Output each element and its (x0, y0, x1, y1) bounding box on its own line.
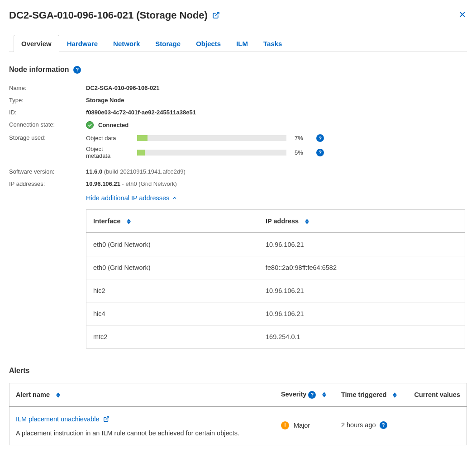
cell-ip: 10.96.106.21 (259, 233, 465, 256)
svg-marker-9 (322, 392, 326, 394)
version-detail: (build 20210915.1941.afce2d9) (104, 168, 186, 175)
help-icon[interactable]: ? (316, 149, 324, 156)
storage-used-label: Storage used: (9, 134, 86, 141)
svg-marker-6 (305, 222, 309, 224)
object-meta-progress (137, 150, 286, 156)
severity: !Major (281, 421, 328, 429)
table-row: hic410.96.106.21 (86, 302, 465, 325)
ip-value: 10.96.106.21 (86, 180, 120, 187)
col-ip[interactable]: IP address (259, 210, 465, 233)
external-link-icon (103, 416, 109, 422)
cell-interface: hic2 (86, 279, 259, 302)
sort-icon (393, 392, 397, 398)
object-data-label: Object data (86, 135, 129, 142)
table-row: eth0 (Grid Network)fe80::2a0:98ff:fe64:6… (86, 256, 465, 279)
tab-storage[interactable]: Storage (148, 35, 188, 52)
id-value: f0890e03-4c72-401f-ae92-245511a38e51 (86, 109, 196, 116)
svg-line-0 (215, 12, 219, 16)
external-link-icon[interactable] (212, 11, 220, 19)
chevron-up-icon (172, 195, 177, 201)
ip-detail: - eth0 (Grid Network) (120, 180, 177, 187)
col-alert-name[interactable]: Alert name (10, 383, 275, 406)
time-triggered: 2 hours ago ? (341, 421, 400, 429)
cell-ip: 169.254.0.1 (259, 325, 465, 349)
tab-objects[interactable]: Objects (188, 35, 228, 52)
object-meta-pct: 5% (295, 149, 308, 156)
svg-marker-3 (127, 219, 131, 221)
col-severity[interactable]: Severity ? (275, 383, 335, 406)
alert-link[interactable]: ILM placement unachievable (16, 415, 109, 423)
sort-icon (127, 219, 131, 224)
object-data-pct: 7% (295, 135, 308, 142)
conn-value: Connected (86, 121, 129, 129)
cell-ip: 10.96.106.21 (259, 302, 465, 325)
help-icon[interactable]: ? (308, 391, 316, 399)
cell-interface: eth0 (Grid Network) (86, 256, 259, 279)
sort-icon (56, 392, 60, 398)
version-value: 11.6.0 (86, 168, 102, 175)
warning-icon: ! (281, 421, 289, 429)
cell-ip: fe80::2a0:98ff:fe64:6582 (259, 256, 465, 279)
tabs: Overview Hardware Network Storage Object… (9, 35, 467, 52)
node-info-heading: Node information ? (9, 66, 467, 74)
close-icon[interactable] (458, 8, 467, 22)
title-text: DC2-SGA-010-096-106-021 (Storage Node) (9, 9, 208, 21)
help-icon[interactable]: ? (380, 421, 387, 429)
table-row: hic210.96.106.21 (86, 279, 465, 302)
table-row: eth0 (Grid Network)10.96.106.21 (86, 233, 465, 256)
node-info-text: Node information (9, 66, 69, 74)
page-title: DC2-SGA-010-096-106-021 (Storage Node) (9, 9, 220, 21)
col-interface[interactable]: Interface (86, 210, 259, 233)
svg-marker-10 (322, 395, 326, 397)
toggle-text: Hide additional IP addresses (86, 194, 169, 202)
type-value: Storage Node (86, 97, 124, 104)
object-data-progress (137, 135, 286, 141)
help-icon[interactable]: ? (73, 66, 81, 74)
svg-marker-7 (56, 392, 60, 395)
alert-desc: A placement instruction in an ILM rule c… (16, 429, 268, 437)
sort-icon (322, 392, 326, 397)
help-icon[interactable]: ? (316, 134, 324, 142)
table-row: mtc2169.254.0.1 (86, 325, 465, 349)
svg-marker-4 (127, 222, 131, 224)
hide-ip-toggle[interactable]: Hide additional IP addresses (86, 190, 177, 202)
cell-interface: hic4 (86, 302, 259, 325)
cell-interface: eth0 (Grid Network) (86, 233, 259, 256)
svg-line-13 (105, 416, 108, 419)
svg-marker-12 (393, 395, 397, 397)
ip-label: IP addresses: (9, 180, 86, 187)
col-time[interactable]: Time triggered (335, 383, 406, 406)
svg-marker-5 (305, 219, 309, 221)
id-label: ID: (9, 109, 86, 116)
tab-overview[interactable]: Overview (14, 35, 59, 52)
sort-icon (305, 219, 309, 224)
alerts-heading: Alerts (9, 367, 467, 375)
svg-marker-8 (56, 395, 60, 397)
conn-label: Connection state: (9, 121, 86, 128)
cell-interface: mtc2 (86, 325, 259, 349)
alerts-table: Alert name Severity ? Time triggered Cur… (9, 383, 467, 445)
tab-network[interactable]: Network (105, 35, 148, 52)
svg-marker-11 (393, 392, 397, 395)
cell-ip: 10.96.106.21 (259, 279, 465, 302)
tab-tasks[interactable]: Tasks (256, 35, 290, 52)
name-value: DC2-SGA-010-096-106-021 (86, 85, 160, 91)
object-meta-label: Object metadata (86, 146, 129, 159)
type-label: Type: (9, 97, 86, 104)
alert-row: ILM placement unachievable A placement i… (10, 406, 467, 445)
tab-hardware[interactable]: Hardware (59, 35, 105, 52)
version-label: Software version: (9, 168, 86, 175)
tab-ilm[interactable]: ILM (228, 35, 256, 52)
name-label: Name: (9, 85, 86, 91)
conn-text: Connected (98, 122, 129, 128)
check-circle-icon (86, 121, 94, 129)
ip-table: Interface IP address eth0 (Grid Network)… (86, 209, 465, 349)
col-values: Current values (406, 383, 467, 406)
